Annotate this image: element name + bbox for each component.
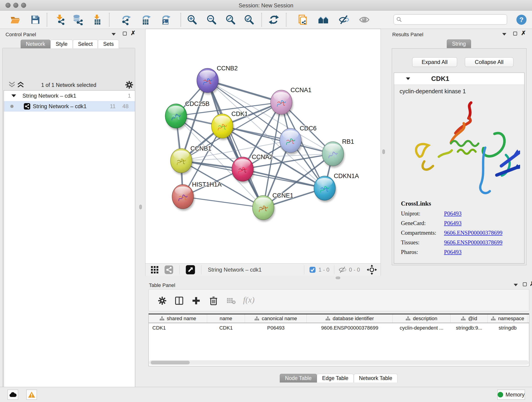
- import-database-icon[interactable]: [72, 14, 83, 25]
- tab-select[interactable]: Select: [73, 40, 98, 48]
- collection-expand-caret[interactable]: [12, 95, 16, 97]
- crosslink-row: Uniprot:P06493: [401, 211, 520, 217]
- network-collection-row[interactable]: String Network – cdk1 1: [4, 90, 135, 101]
- network-share-icon[interactable]: [164, 265, 173, 274]
- collapse-all-button[interactable]: Collapse All: [465, 57, 513, 67]
- save-icon[interactable]: [30, 14, 41, 25]
- help-icon[interactable]: ?: [516, 14, 527, 25]
- control-panel-float-icon[interactable]: [123, 32, 127, 36]
- import-table-icon[interactable]: [92, 14, 103, 25]
- clear-table-icon: [227, 297, 236, 305]
- crosslink-link[interactable]: 9606.ENSP00000378699: [444, 230, 502, 236]
- add-column-icon[interactable]: [191, 296, 201, 306]
- right-splitter-handle[interactable]: [382, 149, 385, 154]
- export-table-icon[interactable]: [140, 14, 152, 25]
- expand-all-button[interactable]: Expand All: [412, 57, 457, 67]
- network-edge-CCNA2-CDKN1A[interactable]: [243, 169, 325, 188]
- results-panel-float-icon[interactable]: [513, 32, 517, 36]
- network-edge-CCNB2-CCNE1[interactable]: [208, 80, 263, 208]
- bottom-splitter-handle[interactable]: [336, 277, 340, 279]
- zoom-out-icon[interactable]: [206, 14, 217, 25]
- control-panel-close-icon[interactable]: ✗: [131, 31, 136, 35]
- gene-header-row[interactable]: CDK1: [394, 73, 524, 85]
- network-node-CCNB2[interactable]: [197, 68, 219, 95]
- crosslink-link[interactable]: P06493: [444, 211, 462, 217]
- table-horizontal-scrollbar[interactable]: [149, 360, 529, 365]
- zoom-selected-icon[interactable]: [244, 14, 254, 25]
- network-edge-HIST1H1A-CCNE1[interactable]: [183, 197, 263, 208]
- gene-collapse-caret[interactable]: [406, 77, 410, 80]
- search-box[interactable]: [394, 14, 507, 25]
- column-header-canonical-name[interactable]: canonical name: [245, 314, 307, 323]
- network-node-CDC25B[interactable]: [165, 104, 188, 130]
- column-header-name[interactable]: name: [207, 314, 245, 323]
- network-node-CCNA2[interactable]: [232, 157, 254, 183]
- tab-string[interactable]: String: [447, 39, 471, 48]
- network-node-CDC6[interactable]: [280, 128, 302, 154]
- crosslink-row: Compartments:9606.ENSP00000378699: [401, 230, 520, 236]
- grid-view-icon[interactable]: [151, 266, 159, 274]
- crosslink-link[interactable]: P06493: [444, 249, 462, 255]
- results-panel-close-icon[interactable]: ✗: [521, 31, 526, 35]
- crosslink-link[interactable]: 9606.ENSP00000378699: [444, 239, 502, 246]
- network-node-CCNB1[interactable]: [171, 148, 193, 175]
- table-options-gear-icon[interactable]: [157, 296, 167, 306]
- network-node-CDKN1A[interactable]: [314, 176, 336, 202]
- show-columns-icon[interactable]: [174, 296, 184, 306]
- column-header-namespace[interactable]: namespace: [488, 314, 527, 323]
- refresh-layout-icon[interactable]: [268, 14, 279, 25]
- table-panel-float-icon[interactable]: [523, 282, 527, 286]
- open-folder-icon[interactable]: [10, 14, 21, 25]
- network-node-CCNE1[interactable]: [253, 196, 275, 222]
- delete-column-trash-icon[interactable]: [209, 296, 218, 306]
- network-node-HIST1H1A[interactable]: [172, 185, 195, 211]
- zoom-fit-icon[interactable]: [225, 14, 236, 25]
- expand-all-networks-icon[interactable]: [17, 81, 25, 89]
- birds-eye-view-icon[interactable]: [186, 265, 195, 274]
- tab-sets[interactable]: Sets: [98, 40, 119, 48]
- network-row[interactable]: String Network – cdk1 11 48: [4, 101, 135, 112]
- home-networks-icon[interactable]: [318, 14, 329, 25]
- network-options-gear-icon[interactable]: [125, 80, 134, 89]
- export-image-icon[interactable]: [160, 14, 171, 25]
- hide-selected-icon[interactable]: [338, 14, 349, 25]
- network-node-RB1[interactable]: [322, 142, 345, 168]
- scrollbar-thumb[interactable]: [151, 361, 190, 364]
- network-canvas[interactable]: CCNB2CCNA1CDC25BCDK1CDC6RB1CCNB1CCNA2CDK…: [146, 29, 380, 263]
- function-builder-icon: f(x): [243, 295, 254, 305]
- left-splitter-handle[interactable]: [139, 205, 142, 209]
- tab-node-table[interactable]: Node Table: [280, 374, 317, 383]
- warning-button[interactable]: [26, 390, 37, 400]
- network-node-CDK1[interactable]: [211, 114, 234, 140]
- column-label: database identifier: [333, 316, 374, 322]
- tab-network[interactable]: Network: [21, 40, 51, 48]
- window-title: Session: New Session: [0, 2, 532, 9]
- zoom-in-icon[interactable]: [186, 14, 197, 25]
- table-row[interactable]: CDK1CDK1P064939606.ENSP00000378699cyclin…: [149, 323, 529, 333]
- selected-checkbox-icon[interactable]: [309, 267, 316, 273]
- control-panel-collapse-icon[interactable]: [112, 33, 116, 36]
- show-all-icon[interactable]: [359, 14, 370, 25]
- memory-button[interactable]: Memory: [497, 390, 525, 400]
- tab-style[interactable]: Style: [51, 40, 73, 48]
- crosslink-row: Pharos:P06493: [401, 249, 520, 255]
- crosslink-link[interactable]: P06493: [444, 220, 462, 226]
- column-header-shared-name[interactable]: shared name: [149, 314, 207, 323]
- table-panel-close-icon[interactable]: ✗: [530, 281, 532, 286]
- table-panel-collapse-icon[interactable]: [514, 284, 518, 286]
- cloud-button[interactable]: [7, 390, 18, 400]
- column-header-database-identifier[interactable]: database identifier: [307, 314, 393, 323]
- export-network-icon[interactable]: [121, 14, 132, 25]
- collapse-all-networks-icon[interactable]: [8, 81, 16, 89]
- column-header-@id[interactable]: @id: [450, 314, 488, 323]
- search-input[interactable]: [402, 17, 500, 22]
- tab-network-table[interactable]: Network Table: [354, 374, 398, 383]
- import-network-icon[interactable]: [55, 14, 65, 25]
- share-document-icon[interactable]: [298, 14, 309, 25]
- column-header-description[interactable]: description: [393, 314, 450, 323]
- tab-edge-table[interactable]: Edge Table: [317, 374, 354, 383]
- results-panel-collapse-icon[interactable]: [502, 33, 506, 36]
- network-node-CCNA1[interactable]: [271, 90, 293, 116]
- fit-content-crosshair-icon[interactable]: [367, 265, 377, 275]
- hidden-count: 0 - 0: [349, 267, 360, 273]
